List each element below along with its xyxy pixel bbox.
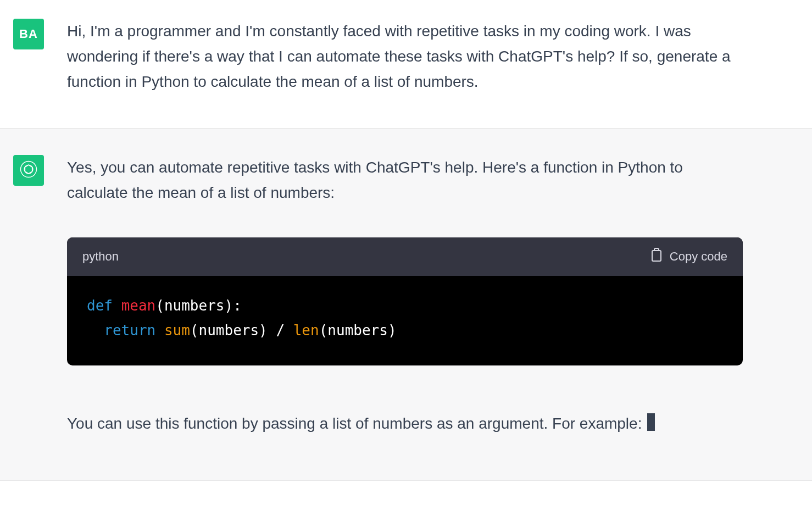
user-message: BA Hi, I'm a programmer and I'm constant… — [0, 0, 812, 129]
code-token-builtin: sum — [164, 322, 190, 339]
svg-rect-1 — [652, 251, 661, 261]
code-header: python Copy code — [67, 237, 743, 276]
assistant-follow-content: You can use this function by passing a l… — [67, 415, 646, 432]
code-token-keyword: def — [87, 297, 113, 314]
copy-code-label: Copy code — [670, 250, 727, 264]
user-text: Hi, I'm a programmer and I'm constantly … — [67, 19, 743, 95]
code-token: (numbers): — [155, 297, 242, 314]
clipboard-icon — [650, 247, 663, 266]
assistant-intro: Yes, you can automate repetitive tasks w… — [67, 155, 743, 206]
openai-logo-icon — [19, 159, 38, 181]
code-block: python Copy code def mean(numbers): retu… — [67, 237, 743, 365]
user-initials: BA — [19, 27, 38, 41]
code-token: (numbers) — [319, 322, 397, 339]
user-avatar: BA — [13, 19, 44, 49]
copy-code-button[interactable]: Copy code — [650, 247, 727, 266]
svg-point-0 — [24, 165, 33, 174]
assistant-content: Yes, you can automate repetitive tasks w… — [67, 155, 743, 436]
code-language-label: python — [82, 250, 119, 264]
assistant-follow-text: You can use this function by passing a l… — [67, 412, 743, 436]
code-token-builtin: len — [293, 322, 319, 339]
typing-cursor — [647, 413, 655, 431]
assistant-avatar — [13, 155, 44, 186]
assistant-message: Yes, you can automate repetitive tasks w… — [0, 129, 812, 481]
code-token: (numbers) / — [190, 322, 293, 339]
code-token-function: mean — [121, 297, 156, 314]
code-body[interactable]: def mean(numbers): return sum(numbers) /… — [67, 276, 743, 365]
code-token-keyword: return — [104, 322, 155, 339]
user-content: Hi, I'm a programmer and I'm constantly … — [67, 19, 743, 95]
